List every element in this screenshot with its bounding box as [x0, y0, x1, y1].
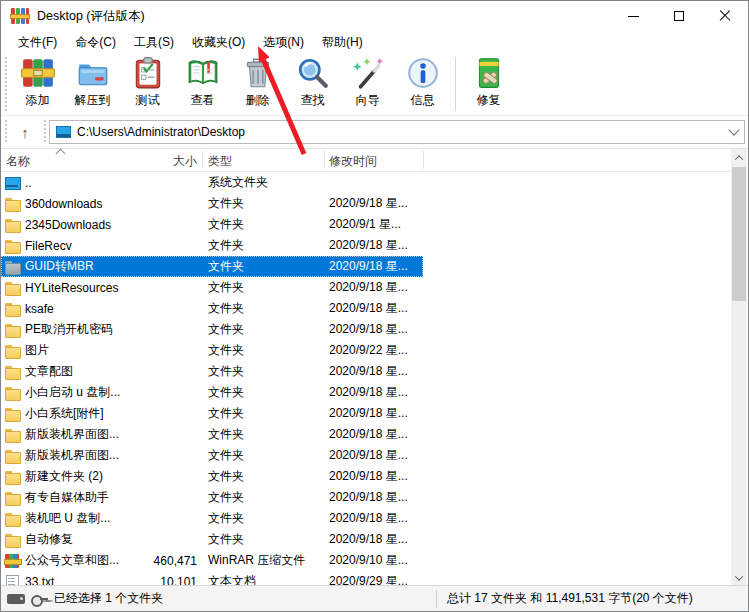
current-path: C:\Users\Administrator\Desktop [77, 125, 724, 139]
toolbar-button-delete[interactable]: 删除 [230, 54, 285, 114]
scroll-up-button[interactable] [731, 149, 747, 166]
file-date: 2020/9/1 星... [329, 216, 422, 233]
file-name: 2345Downloads [25, 218, 111, 232]
toolbar-button-find[interactable]: 查找 [285, 54, 340, 114]
folder-icon [4, 490, 20, 506]
drive-icon[interactable] [7, 594, 25, 604]
column-divider[interactable] [324, 151, 325, 169]
menu-commands[interactable]: 命令(C) [66, 32, 125, 53]
menu-options[interactable]: 选项(N) [254, 32, 313, 53]
toolbar-button-view[interactable]: 查看 [175, 54, 230, 114]
totals-status: 总计 17 文件夹 和 11,491,531 字节(20 个文件) [437, 590, 693, 607]
file-type: 文件夹 [208, 384, 324, 401]
chevron-down-icon [735, 572, 743, 580]
file-name: 小白系统[附件] [25, 405, 104, 422]
column-divider[interactable] [202, 151, 203, 169]
up-directory-button[interactable]: ↑ [10, 120, 40, 144]
close-button[interactable] [702, 1, 748, 31]
folder-icon [4, 427, 20, 443]
addressbar-gripper2[interactable] [43, 120, 47, 144]
file-type: 文件夹 [208, 279, 324, 296]
test-clipboard-icon [131, 56, 165, 90]
list-item[interactable]: FileRecv 文件夹 2020/9/18 星... [1, 235, 423, 256]
maximize-button[interactable] [656, 1, 702, 31]
toolbar-label: 向导 [356, 92, 380, 109]
file-name: GUID转MBR [25, 258, 94, 275]
vertical-scrollbar[interactable] [731, 149, 747, 586]
list-item[interactable]: 新版装机界面图... 文件夹 2020/9/18 星... [1, 445, 423, 466]
file-name: 新建文件夹 (2) [25, 468, 103, 485]
list-item[interactable]: 图片 文件夹 2020/9/22 星... [1, 340, 423, 361]
file-name: 自动修复 [25, 531, 73, 548]
list-item[interactable]: 33.txt 10,101 文本文档 2020/9/29 星... [1, 571, 423, 586]
toolbar-button-repair[interactable]: 修复 [461, 54, 516, 114]
list-item[interactable]: HYLiteResources 文件夹 2020/9/18 星... [1, 277, 423, 298]
toolbar-label: 查找 [301, 92, 325, 109]
toolbar-button-add[interactable]: 添加 [10, 54, 65, 114]
file-type: 文件夹 [208, 258, 324, 275]
minimize-icon [628, 16, 639, 17]
address-bar: ↑ C:\Users\Administrator\Desktop [1, 116, 748, 149]
addressbar-gripper[interactable] [4, 120, 8, 144]
file-date: 2020/9/18 星... [329, 426, 422, 443]
menu-file[interactable]: 文件(F) [9, 32, 66, 53]
list-item[interactable]: PE取消开机密码 文件夹 2020/9/18 星... [1, 319, 423, 340]
list-item[interactable]: 小白启动 u 盘制... 文件夹 2020/9/18 星... [1, 382, 423, 403]
column-divider[interactable] [423, 151, 424, 169]
list-item[interactable]: 2345Downloads 文件夹 2020/9/1 星... [1, 214, 423, 235]
column-header-date[interactable]: 修改时间 [329, 153, 377, 170]
toolbar-button-wizard[interactable]: 向导 [340, 54, 395, 114]
list-item[interactable]: ksafe 文件夹 2020/9/18 星... [1, 298, 423, 319]
add-archive-icon [21, 56, 55, 90]
toolbar-button-test[interactable]: 测试 [120, 54, 175, 114]
list-item[interactable]: 装机吧 U 盘制... 文件夹 2020/9/18 星... [1, 508, 423, 529]
list-item[interactable]: 有专自媒体助手 文件夹 2020/9/18 星... [1, 487, 423, 508]
maximize-icon [674, 11, 684, 21]
menu-favorites[interactable]: 收藏夹(O) [183, 32, 254, 53]
file-type: 文件夹 [208, 468, 324, 485]
extract-folder-icon [76, 56, 110, 90]
desktop-icon [56, 126, 71, 138]
list-item[interactable]: .. 系统文件夹 [1, 172, 423, 193]
list-item[interactable]: 360downloads 文件夹 2020/9/18 星... [1, 193, 423, 214]
menu-tools[interactable]: 工具(S) [125, 32, 183, 53]
scroll-down-button[interactable] [731, 569, 747, 586]
up-arrow-icon: ↑ [21, 124, 29, 141]
file-type: 文件夹 [208, 300, 324, 317]
file-type: 文件夹 [208, 489, 324, 506]
list-item[interactable]: 新版装机界面图... 文件夹 2020/9/18 星... [1, 424, 423, 445]
folder-icon [4, 448, 20, 464]
scrollbar-thumb[interactable] [732, 167, 746, 301]
list-item[interactable]: 公众号文章和图... 460,471 WinRAR 压缩文件 2020/9/10… [1, 550, 423, 571]
list-item[interactable]: 自动修复 文件夹 2020/9/18 星... [1, 529, 423, 550]
file-type: 文件夹 [208, 342, 324, 359]
column-header-type[interactable]: 类型 [208, 153, 232, 170]
path-combobox[interactable]: C:\Users\Administrator\Desktop [49, 120, 745, 144]
file-date: 2020/9/18 星... [329, 489, 422, 506]
file-name: 图片 [25, 342, 49, 359]
toolbar-gripper[interactable] [4, 57, 8, 111]
list-item[interactable]: GUID转MBR 文件夹 2020/9/18 星... [1, 256, 423, 277]
minimize-button[interactable] [610, 1, 656, 31]
menu-bar: 文件(F) 命令(C) 工具(S) 收藏夹(O) 选项(N) 帮助(H) [1, 31, 748, 53]
chevron-down-icon[interactable] [728, 124, 739, 135]
file-type: 文件夹 [208, 510, 324, 527]
file-name: .. [25, 176, 32, 190]
toolbar-label: 添加 [26, 92, 50, 109]
toolbar-button-extract[interactable]: 解压到 [65, 54, 120, 114]
file-date: 2020/9/18 星... [329, 468, 422, 485]
file-name: PE取消开机密码 [25, 321, 113, 338]
list-item[interactable]: 文章配图 文件夹 2020/9/18 星... [1, 361, 423, 382]
column-header-size[interactable]: 大小 [151, 153, 197, 170]
file-date: 2020/9/18 星... [329, 510, 422, 527]
status-bar: 已经选择 1 个文件夹 总计 17 文件夹 和 11,491,531 字节(20… [1, 585, 748, 611]
toolbar-button-info[interactable]: 信息 [395, 54, 450, 114]
toolbar-label: 删除 [246, 92, 270, 109]
list-item[interactable]: 小白系统[附件] 文件夹 2020/9/18 星... [1, 403, 423, 424]
menu-help[interactable]: 帮助(H) [313, 32, 372, 53]
column-header-name[interactable]: 名称 [6, 153, 30, 170]
list-item[interactable]: 新建文件夹 (2) 文件夹 2020/9/18 星... [1, 466, 423, 487]
folder-icon [4, 364, 20, 380]
file-type: WinRAR 压缩文件 [208, 552, 324, 569]
key-icon[interactable] [31, 593, 48, 605]
